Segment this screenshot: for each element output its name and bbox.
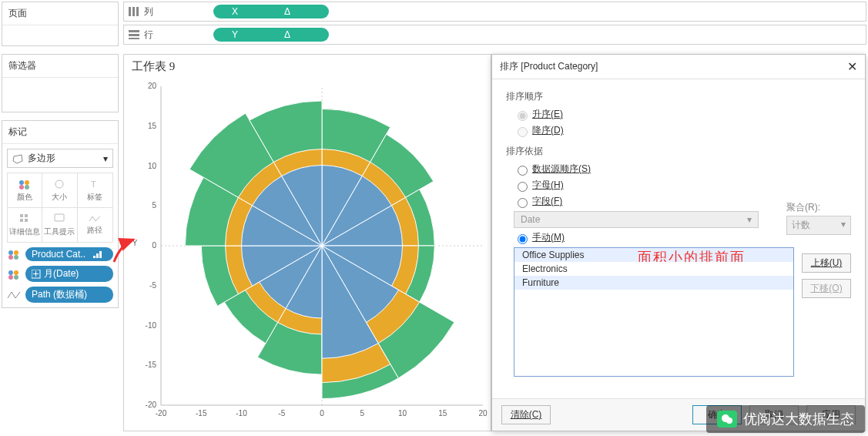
svg-point-4: [25, 185, 29, 189]
svg-rect-28: [136, 7, 139, 16]
polygon-icon: [12, 153, 23, 164]
svg-rect-29: [129, 30, 139, 32]
filters-shelf[interactable]: 筛选器: [2, 54, 119, 112]
svg-text:15: 15: [148, 122, 157, 130]
columns-field-x[interactable]: X Δ: [213, 5, 329, 18]
clear-button[interactable]: 清除(C): [501, 405, 551, 424]
path-button[interactable]: 路径: [78, 208, 112, 242]
svg-point-2: [25, 180, 29, 185]
radio-alphabetic[interactable]: 字母(H): [514, 179, 851, 192]
svg-rect-16: [93, 256, 96, 258]
svg-point-56: [726, 418, 732, 424]
coxcomb-chart: 20151050-5-10-15-20-20-15-10-505101520Y: [124, 79, 491, 433]
worksheet-view[interactable]: 工作表 9 20151050-5-10-15-20-20-15-10-50510…: [123, 54, 491, 431]
size-button[interactable]: 大小: [42, 173, 77, 207]
detail-button[interactable]: 详细信息: [8, 208, 42, 242]
path-icon: [7, 290, 22, 300]
svg-rect-26: [129, 7, 131, 16]
svg-text:15: 15: [438, 409, 447, 418]
marks-label: 标记: [2, 121, 118, 144]
path-icon: [89, 215, 101, 223]
color-icon: [7, 249, 22, 260]
delta-icon: Δ: [284, 6, 290, 17]
color-button[interactable]: 颜色: [8, 173, 42, 207]
aggregation-select[interactable]: 计数▾: [786, 216, 851, 235]
list-item[interactable]: Furniture: [514, 276, 793, 290]
columns-shelf[interactable]: 列 X Δ: [123, 2, 866, 22]
aggregation-label: 聚合(R):: [786, 201, 851, 214]
svg-text:5: 5: [360, 409, 364, 418]
svg-rect-11: [55, 214, 64, 221]
svg-text:-10: -10: [236, 409, 247, 418]
columns-label: 列: [144, 5, 153, 18]
svg-text:-5: -5: [278, 409, 285, 418]
mark-type-dropdown[interactable]: 多边形 ▾: [7, 149, 113, 168]
pages-shelf[interactable]: 页面: [2, 2, 119, 46]
svg-rect-10: [25, 219, 28, 222]
svg-rect-18: [99, 251, 102, 258]
svg-point-13: [14, 250, 18, 255]
svg-text:0: 0: [152, 241, 156, 250]
sort-order-label: 排序顺序: [506, 90, 851, 103]
svg-text:10: 10: [148, 162, 157, 170]
sort-by-label: 排序依据: [506, 145, 851, 158]
svg-text:-20: -20: [156, 409, 167, 418]
tooltip-icon: [54, 213, 65, 224]
svg-rect-9: [20, 219, 23, 222]
manual-sort-list[interactable]: Office Supplies面积小的排前面 Electronics Furni…: [514, 247, 794, 377]
svg-text:20: 20: [148, 82, 157, 90]
svg-text:-5: -5: [149, 281, 156, 290]
pages-label: 页面: [2, 2, 118, 25]
tooltip-button[interactable]: 工具提示: [42, 208, 77, 242]
rows-field-y[interactable]: Y Δ: [213, 28, 329, 42]
pill-month-date[interactable]: 月(Date): [25, 266, 113, 282]
svg-point-15: [14, 255, 18, 260]
svg-text:-20: -20: [146, 401, 157, 409]
columns-icon: [129, 7, 139, 16]
move-up-button[interactable]: 上移(U): [802, 253, 851, 273]
svg-text:0: 0: [320, 409, 324, 418]
label-button[interactable]: T 标签: [78, 173, 112, 207]
list-item[interactable]: Office Supplies面积小的排前面: [514, 248, 793, 262]
svg-text:T: T: [91, 179, 96, 189]
field-select[interactable]: Date▾: [514, 211, 759, 228]
plus-icon: [32, 270, 41, 279]
svg-point-1: [19, 180, 24, 185]
pill-path-bin[interactable]: Path (数据桶): [25, 287, 113, 303]
label-icon: T: [89, 179, 100, 189]
size-icon: [53, 179, 65, 189]
svg-point-12: [8, 250, 13, 255]
sort-dialog: 排序 [Product Category] ✕ 排序顺序 升序(E) 降序(D)…: [491, 54, 866, 431]
sort-icon: [93, 250, 104, 259]
wechat-icon: [717, 411, 737, 428]
mark-type-value: 多边形: [28, 152, 55, 165]
filters-label: 筛选器: [2, 55, 118, 78]
pill-product-category[interactable]: Product Cat..: [25, 247, 113, 261]
svg-point-3: [19, 185, 24, 189]
sheet-title: 工作表 9: [124, 55, 491, 79]
svg-rect-31: [129, 38, 139, 39]
radio-descending[interactable]: 降序(D): [514, 124, 851, 137]
svg-point-19: [8, 270, 13, 275]
radio-ascending[interactable]: 升序(E): [514, 108, 851, 121]
svg-text:10: 10: [398, 409, 407, 418]
svg-text:20: 20: [478, 409, 488, 418]
rows-shelf[interactable]: 行 Y Δ: [123, 25, 866, 45]
svg-rect-30: [129, 34, 139, 36]
svg-rect-17: [96, 253, 99, 258]
svg-text:-15: -15: [196, 409, 207, 418]
svg-text:5: 5: [152, 201, 156, 210]
color-icon: [18, 179, 32, 189]
radio-datasource-order[interactable]: 数据源顺序(S): [514, 163, 851, 176]
dialog-title-text: 排序 [Product Category]: [500, 60, 598, 73]
caret-down-icon: ▾: [103, 153, 108, 164]
color-icon: [7, 269, 22, 280]
move-down-button[interactable]: 下移(O): [802, 279, 851, 298]
svg-point-14: [8, 255, 13, 260]
close-icon[interactable]: ✕: [847, 59, 857, 74]
list-item[interactable]: Electronics: [514, 262, 793, 276]
delta-icon: Δ: [284, 29, 290, 40]
svg-rect-27: [132, 7, 135, 16]
marks-card: 标记 多边形 ▾ 颜色 大小 T 标签 详细信息: [2, 120, 119, 308]
svg-rect-7: [20, 214, 23, 217]
